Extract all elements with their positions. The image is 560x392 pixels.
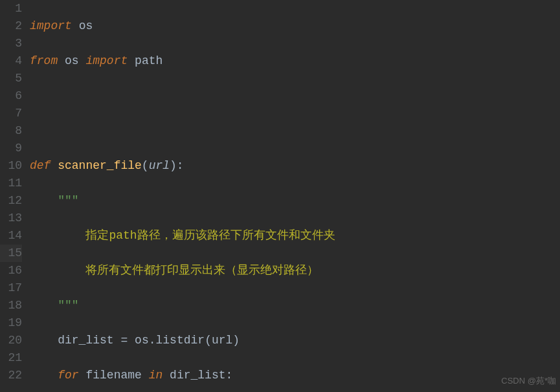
line-number: 1 [0,0,22,17]
line-number: 12 [0,192,22,210]
code-line[interactable]: import os [30,17,560,35]
line-number: 13 [0,210,22,227]
line-number: 5 [0,70,22,87]
code-area[interactable]: import os from os import path def scanne… [30,0,560,392]
line-number: 7 [0,105,22,122]
line-number: 17 [0,279,22,297]
code-line[interactable]: """ [30,297,560,314]
code-line[interactable]: 将所有文件都打印显示出来（显示绝对路径） [30,262,560,279]
line-number: 15 [0,245,22,262]
code-editor[interactable]: 1 2 3 4 5 6 7 8 9 10 11 12 13 14 15 16 1… [0,0,560,392]
code-line[interactable]: 指定path路径，遍历该路径下所有文件和文件夹 [30,227,560,245]
line-number: 4 [0,52,22,70]
code-line[interactable]: dir_list = os.listdir(url) [30,332,560,349]
line-number: 22 [0,367,22,384]
line-number: 20 [0,332,22,349]
line-number: 16 [0,262,22,279]
watermark: CSDN @苑*咖 [501,372,556,389]
line-number: 2 [0,17,22,35]
line-number: 14 [0,227,22,245]
line-number: 9 [0,140,22,157]
line-number: 10 [0,157,22,175]
code-line[interactable]: """ [30,192,560,210]
code-line[interactable]: for filename in dir_list: [30,367,560,384]
code-line[interactable]: def scanner_file(url): [30,157,560,175]
line-number: 19 [0,314,22,332]
code-line[interactable]: from os import path [30,52,560,70]
code-line[interactable] [30,87,560,105]
line-number: 21 [0,349,22,367]
code-line[interactable] [30,122,560,140]
line-number: 3 [0,35,22,52]
line-number: 8 [0,122,22,140]
line-gutter: 1 2 3 4 5 6 7 8 9 10 11 12 13 14 15 16 1… [0,0,30,392]
line-number: 11 [0,175,22,192]
line-number: 6 [0,87,22,105]
line-number: 18 [0,297,22,314]
